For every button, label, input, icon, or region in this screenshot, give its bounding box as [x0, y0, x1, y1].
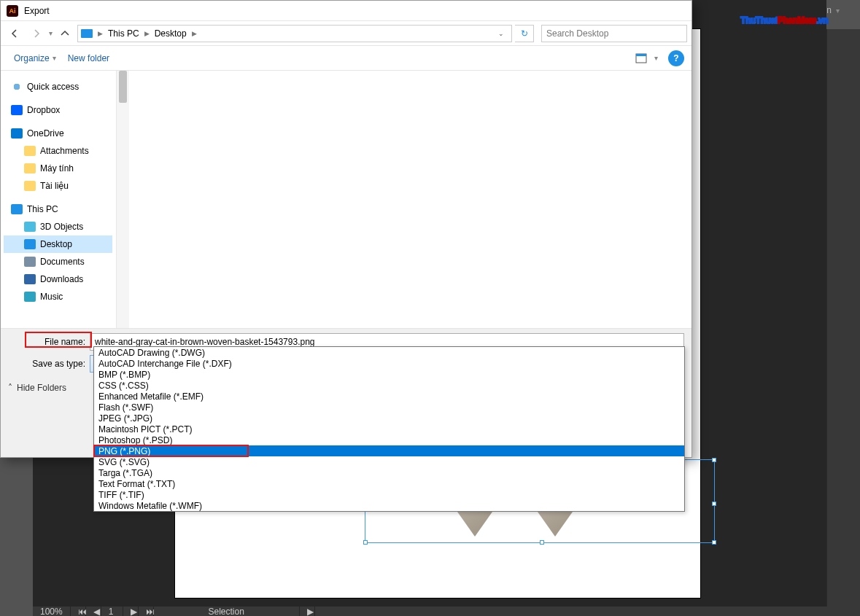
arrow-up-icon — [59, 28, 71, 39]
savetype-option[interactable]: PNG (*.PNG) — [94, 445, 684, 456]
resize-handle[interactable] — [540, 540, 544, 545]
organize-label: Organize — [14, 53, 50, 63]
tree-label: Downloads — [40, 274, 83, 284]
tree-item-downloads[interactable]: Downloads — [4, 270, 112, 288]
chevron-down-icon[interactable]: ▾ — [654, 54, 658, 62]
forward-button[interactable] — [27, 24, 46, 43]
savetype-option[interactable]: AutoCAD Drawing (*.DWG) — [94, 347, 684, 358]
arrow-right-icon — [31, 28, 42, 39]
tree-label: Máy tính — [40, 163, 74, 174]
resize-handle[interactable] — [363, 540, 368, 545]
illustrator-app-icon: Ai — [7, 5, 18, 17]
breadcrumb-item-desktop[interactable]: Desktop — [152, 28, 190, 39]
scrollbar-thumb[interactable] — [119, 71, 127, 103]
tree-label: Music — [40, 292, 63, 302]
tree-item-attachments[interactable]: Attachments — [4, 142, 112, 160]
navigation-pane[interactable]: Quick access Dropbox OneDrive Attachment… — [1, 71, 116, 328]
dialog-body: Quick access Dropbox OneDrive Attachment… — [1, 71, 692, 328]
tree-label: 3D Objects — [40, 222, 83, 232]
help-button[interactable]: ? — [668, 50, 684, 66]
tree-label: Tài liệu — [40, 181, 69, 191]
status-mode[interactable]: Selection — [154, 607, 300, 617]
chevron-down-icon: ▾ — [53, 54, 56, 62]
breadcrumb-dropdown-icon[interactable]: ⌄ — [494, 30, 508, 37]
scroll-right-icon[interactable]: ▶ — [300, 607, 315, 617]
resize-handle[interactable] — [712, 502, 716, 506]
new-folder-button[interactable]: New folder — [62, 50, 115, 66]
artboard-number[interactable]: 1 — [101, 607, 123, 617]
tree-item-quick-access[interactable]: Quick access — [4, 78, 112, 95]
savetype-option[interactable]: Macintosh PICT (*.PCT) — [94, 424, 684, 434]
savetype-option[interactable]: AutoCAD Interchange File (*.DXF) — [94, 358, 684, 369]
savetype-option[interactable]: Text Format (*.TXT) — [94, 478, 684, 489]
chevron-right-icon[interactable]: ▶ — [190, 30, 199, 37]
tree-label: Documents — [40, 257, 85, 267]
savetype-option[interactable]: CSS (*.CSS) — [94, 380, 684, 391]
file-list-pane[interactable] — [129, 71, 692, 328]
savetype-option[interactable]: Flash (*.SWF) — [94, 402, 684, 413]
folder-icon — [24, 163, 36, 174]
pc-icon — [11, 204, 23, 214]
refresh-button[interactable]: ↻ — [515, 25, 534, 42]
new-folder-label: New folder — [68, 53, 109, 63]
tree-item-dropbox[interactable]: Dropbox — [4, 101, 112, 119]
hide-folders-button[interactable]: ˄ Hide Folders — [8, 383, 66, 393]
savetype-option[interactable]: Photoshop (*.PSD) — [94, 434, 684, 445]
status-bar: 100% ⏮ ◀ 1 ▶ ⏭ Selection ▶ — [33, 607, 860, 616]
tree-item-maytinh[interactable]: Máy tính — [4, 160, 112, 177]
tree-item-documents[interactable]: Documents — [4, 253, 112, 270]
tree-item-desktop[interactable]: Desktop — [4, 235, 112, 253]
tree-item-onedrive[interactable]: OneDrive — [4, 125, 112, 142]
prev-artboard-icon[interactable]: ◀ — [86, 607, 101, 617]
3d-objects-icon — [24, 222, 36, 232]
savetype-option[interactable]: TIFF (*.TIF) — [94, 489, 684, 500]
chevron-right-icon[interactable]: ▶ — [142, 30, 152, 37]
folder-icon — [24, 181, 36, 191]
dialog-toolbar: Organize ▾ New folder ▾ ? — [1, 46, 692, 71]
breadcrumb-item-thispc[interactable]: This PC — [105, 28, 142, 39]
tree-item-music[interactable]: Music — [4, 288, 112, 305]
tree-label: Dropbox — [27, 105, 60, 115]
tree-item-3dobjects[interactable]: 3D Objects — [4, 218, 112, 235]
tree-label: Quick access — [27, 82, 79, 92]
chevron-right-icon[interactable]: ▶ — [96, 30, 105, 37]
dropbox-icon — [11, 105, 23, 115]
tree-label: OneDrive — [27, 128, 64, 139]
savetype-option[interactable]: Windows Metafile (*.WMF) — [94, 500, 684, 511]
resize-handle[interactable] — [712, 458, 716, 462]
watermark-text: PhanMem — [778, 15, 816, 26]
nav-scrollbar[interactable] — [116, 71, 129, 328]
savetype-option[interactable]: JPEG (*.JPG) — [94, 413, 684, 424]
view-switcher[interactable] — [631, 50, 651, 66]
svg-rect-1 — [636, 54, 646, 56]
downloads-icon — [24, 274, 36, 284]
last-artboard-icon[interactable]: ⏭ — [139, 607, 154, 617]
star-icon — [11, 82, 23, 92]
resize-handle[interactable] — [712, 540, 716, 545]
chevron-down-icon: ▾ — [836, 7, 840, 15]
tree-label: This PC — [27, 204, 58, 214]
savetype-option[interactable]: SVG (*.SVG) — [94, 456, 684, 467]
organize-button[interactable]: Organize ▾ — [8, 50, 62, 66]
tree-item-tailieu[interactable]: Tài liệu — [4, 177, 112, 195]
back-button[interactable] — [5, 24, 24, 43]
savetype-option[interactable]: Targa (*.TGA) — [94, 467, 684, 478]
desktop-icon — [81, 29, 93, 38]
watermark: ThuThuatPhanMem.vn — [740, 6, 828, 28]
zoom-level[interactable]: 100% — [33, 607, 71, 617]
up-button[interactable] — [55, 24, 74, 43]
tree-item-thispc[interactable]: This PC — [4, 200, 112, 218]
first-artboard-icon[interactable]: ⏮ — [71, 607, 86, 617]
savetype-dropdown[interactable]: AutoCAD Drawing (*.DWG)AutoCAD Interchan… — [93, 346, 685, 512]
music-icon — [24, 292, 36, 302]
savetype-option[interactable]: BMP (*.BMP) — [94, 369, 684, 380]
dialog-titlebar[interactable]: Ai Export — [1, 1, 692, 21]
savetype-option[interactable]: Enhanced Metafile (*.EMF) — [94, 391, 684, 402]
panel-dock[interactable] — [826, 29, 860, 616]
filename-label: File name: — [8, 337, 90, 347]
watermark-text: ThuThuat — [740, 15, 778, 26]
search-input[interactable]: Search Desktop — [541, 25, 687, 42]
next-artboard-icon[interactable]: ▶ — [123, 607, 139, 617]
breadcrumb[interactable]: ▶ This PC ▶ Desktop ▶ ⌄ — [77, 25, 512, 42]
recent-chevron-icon[interactable]: ▾ — [49, 29, 53, 37]
